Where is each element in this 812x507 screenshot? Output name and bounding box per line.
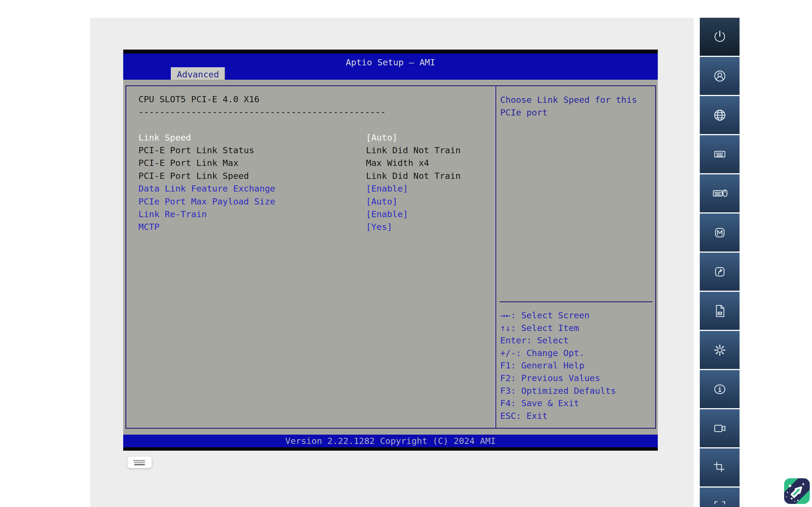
version-bar: Version 2.22.1282 Copyright (C) 2024 AMI	[123, 435, 658, 447]
settings-rows: Link Speed[Auto]PCI-E Port Link StatusLi…	[126, 131, 495, 233]
setting-label: PCI-E Port Link Speed	[139, 171, 249, 181]
sidebar-hotkey-button[interactable]	[700, 252, 740, 291]
kvm-sidebar	[700, 18, 740, 507]
key-binding-line: →←: Select Screen	[500, 309, 654, 322]
setting-value: Max Width x4	[366, 158, 429, 168]
power-icon	[712, 29, 728, 45]
sidebar-macro-button[interactable]	[700, 214, 740, 251]
bios-body: CPU SLOT5 PCI-E 4.0 X16 ----------------…	[123, 80, 658, 435]
setting-label: MCTP	[139, 222, 160, 232]
setting-label: PCI-E Port Link Max	[139, 158, 239, 168]
setting-label: Data Link Feature Exchange	[139, 183, 275, 193]
info-icon	[712, 381, 728, 397]
iso-file-icon	[712, 303, 728, 319]
crop-icon	[712, 459, 728, 476]
sidebar-network-button[interactable]	[700, 96, 740, 134]
sidebar-fullscreen-button[interactable]	[700, 488, 740, 507]
bios-top-black-bar	[123, 50, 658, 54]
setting-label: Link Speed	[139, 132, 191, 143]
sidebar-record-button[interactable]	[700, 409, 740, 447]
key-binding-line: +/-: Change Opt.	[500, 347, 654, 359]
video-camera-icon	[712, 420, 728, 437]
keyboard-mouse-icon	[712, 185, 728, 202]
sidebar-user-button[interactable]	[700, 57, 740, 95]
setting-row-mctp[interactable]: MCTP[Yes]	[126, 221, 495, 233]
user-icon	[712, 68, 728, 84]
keyboard-icon	[712, 146, 728, 163]
bios-screen: Aptio Setup – AMI Advanced CPU SLOT5 PCI…	[123, 50, 658, 451]
bios-bottom-black-bar	[123, 447, 658, 451]
setting-row-pci-e-port-link-max[interactable]: PCI-E Port Link MaxMax Width x4	[126, 157, 495, 169]
bios-panel-area: CPU SLOT5 PCI-E 4.0 X16 ----------------…	[125, 86, 656, 429]
help-text: Choose Link Speed for this PCIe port	[500, 94, 651, 119]
virtual-keyboard-toggle-button[interactable]	[128, 457, 152, 468]
keyboard-icon	[132, 459, 148, 466]
sidebar-keyboard-button[interactable]	[700, 135, 740, 173]
bios-header: Aptio Setup – AMI Advanced	[123, 54, 658, 80]
sidebar-power-button[interactable]	[700, 18, 740, 56]
setting-label: Link Re-Train	[139, 209, 207, 219]
tab-advanced[interactable]: Advanced	[171, 67, 225, 80]
section-title: CPU SLOT5 PCI-E 4.0 X16	[139, 93, 259, 106]
setting-label: PCI-E Port Link Status	[139, 145, 254, 155]
key-bindings-list: →←: Select Screen↑↓: Select ItemEnter: S…	[500, 309, 654, 422]
arrow-up-right-logo-icon	[784, 478, 810, 504]
hotkey-arrow-icon	[712, 264, 728, 280]
key-binding-line: F2: Previous Values	[500, 372, 654, 385]
sidebar-info-button[interactable]	[700, 370, 740, 408]
setting-value: [Auto]	[366, 132, 398, 143]
setting-row-pci-e-port-link-status[interactable]: PCI-E Port Link StatusLink Did Not Train	[126, 144, 495, 156]
setting-row-data-link-feature-exchange[interactable]: Data Link Feature Exchange[Enable]	[126, 182, 495, 195]
section-divider-dashes: ----------------------------------------…	[139, 106, 386, 118]
bios-title: Aptio Setup – AMI	[123, 56, 658, 69]
setting-value: Link Did Not Train	[366, 171, 461, 181]
keys-divider-line	[500, 301, 652, 302]
key-binding-line: ESC: Exit	[500, 409, 654, 422]
settings-panel: CPU SLOT5 PCI-E 4.0 X16 ----------------…	[126, 86, 495, 428]
sidebar-iso-image-button[interactable]	[700, 292, 740, 330]
setting-row-link-re-train[interactable]: Link Re-Train[Enable]	[126, 208, 495, 220]
setting-value: Link Did Not Train	[366, 145, 461, 155]
setting-label: PCIe Port Max Payload Size	[139, 196, 275, 207]
globe-icon	[712, 107, 728, 123]
key-binding-line: F1: General Help	[500, 359, 654, 372]
sidebar-keyboard-mouse-button[interactable]	[700, 174, 740, 212]
setting-value: [Auto]	[366, 196, 398, 207]
setting-value: [Yes]	[366, 222, 392, 232]
sidebar-screenshot-button[interactable]	[700, 448, 740, 487]
setting-row-pci-e-port-link-speed[interactable]: PCI-E Port Link SpeedLink Did Not Train	[126, 169, 495, 182]
key-binding-line: F3: Optimized Defaults	[500, 385, 654, 397]
key-binding-line: Enter: Select	[500, 334, 654, 347]
gear-icon	[712, 342, 728, 358]
key-binding-line: F4: Save & Exit	[500, 397, 654, 409]
key-binding-line: ↑↓: Select Item	[500, 322, 654, 334]
extension-logo-button[interactable]	[784, 478, 810, 504]
fullscreen-icon	[712, 499, 728, 507]
help-panel: Choose Link Speed for this PCIe port →←:…	[496, 86, 655, 428]
setting-value: [Enable]	[366, 183, 408, 193]
macro-m-icon	[712, 224, 728, 241]
setting-value: [Enable]	[366, 209, 408, 219]
sidebar-settings-button[interactable]	[700, 331, 740, 369]
setting-row-link-speed[interactable]: Link Speed[Auto]	[126, 131, 495, 144]
setting-row-pcie-port-max-payload-size[interactable]: PCIe Port Max Payload Size[Auto]	[126, 195, 495, 208]
